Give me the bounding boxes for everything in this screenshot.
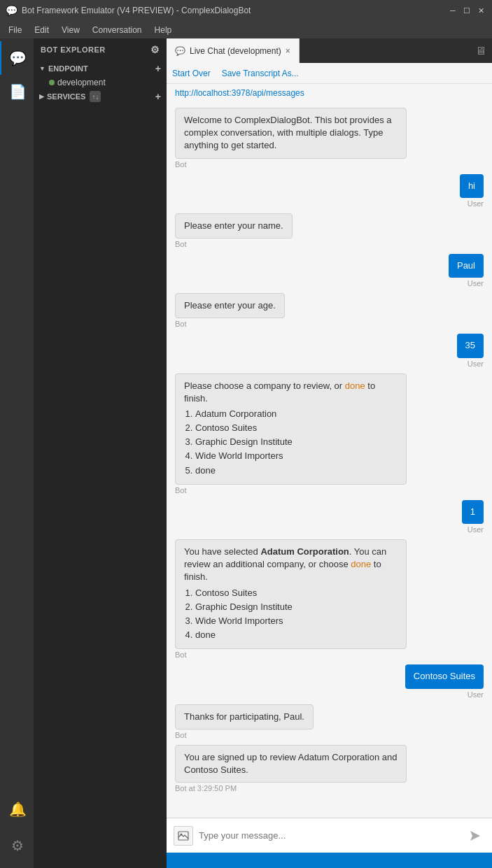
save-transcript-button[interactable]: Save Transcript As... (222, 69, 299, 78)
bot-message-bubble: Thanks for participating, Paul. (175, 704, 314, 730)
chat-tab-icon: 💬 (175, 46, 185, 56)
message-label: User (468, 690, 484, 699)
live-chat-tab[interactable]: 💬 Live Chat (development) × (167, 38, 300, 63)
chat-area: 💬 Live Chat (development) × 🖥 Start Over… (167, 38, 492, 868)
company-list-2: Contoso Suites Graphic Design Institute … (195, 587, 398, 642)
close-button[interactable]: ✕ (475, 5, 486, 16)
menu-file[interactable]: File (3, 24, 27, 36)
bot-message-bubble: Please enter your age. (175, 293, 285, 318)
tab-label: Live Chat (development) (190, 46, 281, 56)
explorer-header: BOT EXPLORER ⚙ (34, 38, 167, 61)
message-label: User (468, 525, 484, 534)
list-item: Graphic Design Institute (195, 436, 398, 448)
tab-bar: 💬 Live Chat (development) × 🖥 (167, 38, 492, 63)
sidebar-item-bell[interactable]: 🔔 (0, 792, 34, 826)
bot-message-bubble: Welcome to ComplexDialogBot. This bot pr… (175, 108, 407, 159)
bot-message-bubble: You have selected Adatum Corporation. Yo… (175, 539, 407, 649)
explorer-panel: BOT EXPLORER ⚙ ▼ ENDPOINT + development … (34, 38, 167, 868)
message-input[interactable] (199, 830, 460, 841)
message-label: Bot (175, 320, 187, 328)
chat-toolbar: Start Over Save Transcript As... (167, 63, 492, 84)
title-bar: 💬 Bot Framework Emulator (V4 PREVIEW) - … (0, 0, 492, 21)
list-item: done (195, 629, 398, 641)
endpoint-add-icon[interactable]: + (155, 63, 161, 74)
image-icon (178, 830, 189, 841)
company-choice-intro: Please choose a company to review, or (184, 380, 345, 391)
message-row: Please enter your age. Bot (167, 293, 492, 328)
menu-view[interactable]: View (56, 24, 85, 36)
message-row: Welcome to ComplexDialogBot. This bot pr… (167, 108, 492, 169)
environment-item[interactable]: development (34, 76, 167, 89)
list-item: Contoso Suites (195, 422, 398, 434)
icon-strip: 💬 📄 🔔 ⚙ (0, 38, 34, 868)
message-label-timestamp: Bot at 3:29:50 PM (175, 784, 237, 792)
explorer-gear-icon[interactable]: ⚙ (150, 44, 160, 55)
endpoint-label: ENDPOINT (48, 64, 88, 73)
user-message-bubble: 1 (462, 500, 484, 524)
services-add-icon[interactable]: + (155, 91, 161, 102)
start-over-button[interactable]: Start Over (172, 69, 211, 78)
message-row: You have selected Adatum Corporation. Yo… (167, 539, 492, 659)
company-choice2-highlight: done (351, 559, 371, 569)
list-item: done (195, 464, 398, 477)
bot-message-bubble: Please enter your name. (175, 213, 293, 239)
maximize-button[interactable]: ☐ (461, 5, 472, 16)
sidebar-item-chat[interactable]: 💬 (0, 41, 34, 75)
message-label: Bot (175, 240, 187, 248)
company-choice-highlight: done (345, 380, 365, 391)
minimize-button[interactable]: ─ (447, 5, 458, 16)
sidebar-item-settings[interactable]: ⚙ (0, 829, 34, 862)
list-item: Wide World Importers (195, 450, 398, 462)
bot-message-bubble: You are signed up to review Adatum Corpo… (175, 745, 407, 783)
messages-container[interactable]: Welcome to ComplexDialogBot. This bot pr… (167, 102, 492, 818)
main-layout: 💬 📄 🔔 ⚙ BOT EXPLORER ⚙ ▼ ENDPOINT + deve… (0, 38, 492, 868)
company-choice2-bold: Adatum Corporation (260, 546, 349, 557)
message-row: Thanks for participating, Paul. Bot (167, 704, 492, 739)
services-section-header[interactable]: ▶ SERVICES ↑↓ + (34, 89, 167, 104)
message-label: Bot (175, 486, 187, 495)
list-item: Adatum Corporation (195, 408, 398, 420)
status-dot-icon (49, 80, 55, 85)
message-label: User (468, 199, 484, 208)
message-row: Please choose a company to review, or do… (167, 373, 492, 495)
message-row: 1 User (167, 500, 492, 534)
window-title: Bot Framework Emulator (V4 PREVIEW) - Co… (22, 6, 251, 15)
message-label: Bot (175, 731, 187, 739)
menu-help[interactable]: Help (149, 24, 178, 36)
menu-edit[interactable]: Edit (29, 24, 55, 36)
send-icon (469, 830, 482, 842)
status-bar (167, 853, 492, 868)
message-row: 35 User (167, 334, 492, 367)
menu-conversation[interactable]: Conversation (87, 24, 148, 36)
message-label: User (468, 360, 484, 368)
services-label: SERVICES (47, 92, 85, 101)
window-controls[interactable]: ─ ☐ ✕ (447, 5, 486, 16)
monitor-icon[interactable]: 🖥 (475, 45, 486, 57)
services-arrow-icon: ▶ (39, 93, 44, 100)
user-message-bubble: Contoso Suites (405, 664, 484, 688)
endpoint-section-header[interactable]: ▼ ENDPOINT + (34, 61, 167, 76)
sidebar-item-document[interactable]: 📄 (0, 75, 34, 108)
message-row: Contoso Suites User (167, 664, 492, 698)
endpoint-arrow-icon: ▼ (39, 65, 45, 72)
endpoint-section: ▼ ENDPOINT + development (34, 61, 167, 89)
list-item: Graphic Design Institute (195, 601, 398, 613)
list-item: Contoso Suites (195, 587, 398, 599)
message-row: hi User (167, 174, 492, 208)
endpoint-url[interactable]: http://localhost:3978/api/messages (167, 84, 492, 102)
list-item: Wide World Importers (195, 615, 398, 627)
input-area (167, 818, 492, 853)
company-choice2-intro1: You have selected (184, 546, 260, 557)
attach-button[interactable] (174, 826, 193, 846)
menu-bar: File Edit View Conversation Help (0, 21, 492, 38)
explorer-title: BOT EXPLORER (41, 45, 106, 54)
bot-message-bubble: Please choose a company to review, or do… (175, 373, 407, 485)
message-label: Bot (175, 160, 187, 169)
message-label: User (468, 279, 484, 287)
signup-text: You are signed up to review Adatum Corpo… (184, 752, 398, 775)
message-row: You are signed up to review Adatum Corpo… (167, 745, 492, 792)
company-list-1: Adatum Corporation Contoso Suites Graphi… (195, 408, 398, 477)
send-button[interactable] (465, 826, 485, 846)
tab-close-button[interactable]: × (286, 46, 290, 56)
app-icon: 💬 (6, 5, 17, 16)
